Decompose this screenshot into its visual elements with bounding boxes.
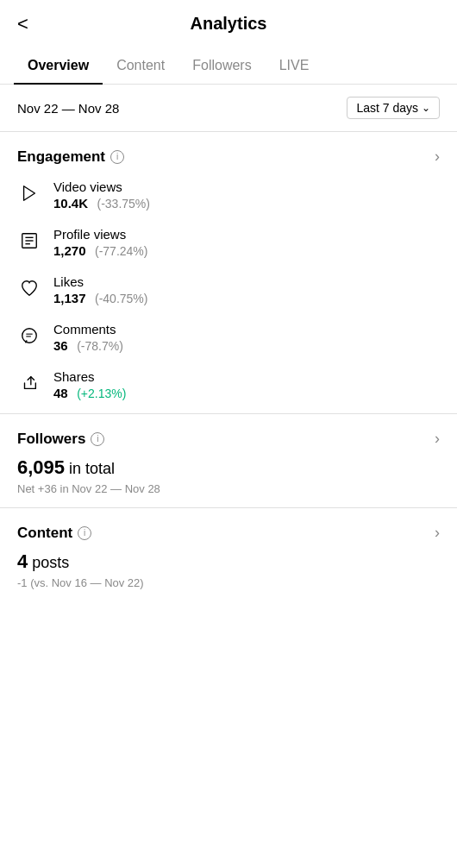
comments-icon <box>17 324 41 348</box>
shares-label: Shares <box>53 369 126 384</box>
content-posts: 4 posts <box>17 550 440 573</box>
comments-value: 36 <box>53 338 68 353</box>
page-header: < Analytics <box>0 0 457 47</box>
shares-value-row: 48 (+2.13%) <box>53 386 126 401</box>
likes-value-row: 1,137 (-40.75%) <box>53 291 147 306</box>
content-compare: -1 (vs. Nov 16 — Nov 22) <box>17 576 440 589</box>
tab-live[interactable]: LIVE <box>266 47 323 84</box>
followers-title: Followers i <box>17 431 104 448</box>
likes-label: Likes <box>53 274 147 289</box>
tab-overview[interactable]: Overview <box>14 47 103 84</box>
shares-content: Shares 48 (+2.13%) <box>53 369 126 401</box>
shares-value: 48 <box>53 386 68 400</box>
back-button[interactable]: < <box>17 13 28 35</box>
video-views-value: 10.4K <box>53 196 88 211</box>
engagement-title: Engagement i <box>17 148 124 166</box>
content-header: Content i › <box>17 524 440 542</box>
followers-total: 6,095 in total <box>17 456 440 479</box>
metric-row-comments: Comments 36 (-78.7%) <box>17 322 440 354</box>
tab-followers[interactable]: Followers <box>178 47 265 84</box>
engagement-section: Engagement i › Video views 10.4K (-33.75… <box>0 132 457 414</box>
profile-views-icon <box>17 229 41 253</box>
chevron-down-icon: ⌄ <box>422 102 430 114</box>
profile-views-label: Profile views <box>53 227 147 242</box>
tab-content[interactable]: Content <box>103 47 178 84</box>
followers-net: Net +36 in Nov 22 — Nov 28 <box>17 482 440 495</box>
likes-icon <box>17 276 41 300</box>
content-title: Content i <box>17 525 91 542</box>
date-filter-label: Last 7 days <box>356 101 418 115</box>
page-title: Analytics <box>191 14 267 34</box>
followers-info-icon[interactable]: i <box>91 432 104 446</box>
metric-row-video-views: Video views 10.4K (-33.75%) <box>17 179 440 211</box>
date-filter-button[interactable]: Last 7 days ⌄ <box>347 97 440 119</box>
date-row: Nov 22 — Nov 28 Last 7 days ⌄ <box>0 85 457 132</box>
likes-value: 1,137 <box>53 291 86 305</box>
video-views-label: Video views <box>53 179 150 194</box>
comments-content: Comments 36 (-78.7%) <box>53 322 123 354</box>
followers-section: Followers i › 6,095 in total Net +36 in … <box>0 414 457 508</box>
comments-value-row: 36 (-78.7%) <box>53 338 123 354</box>
content-chevron-right-icon[interactable]: › <box>435 524 440 542</box>
metric-row-shares: Shares 48 (+2.13%) <box>17 369 440 401</box>
engagement-chevron-right-icon[interactable]: › <box>435 148 440 166</box>
metric-row-profile-views: Profile views 1,270 (-77.24%) <box>17 227 440 259</box>
video-views-icon <box>17 181 41 205</box>
profile-views-value: 1,270 <box>53 243 86 258</box>
video-views-value-row: 10.4K (-33.75%) <box>53 196 150 211</box>
tab-bar: Overview Content Followers LIVE <box>0 47 457 85</box>
followers-header: Followers i › <box>17 430 440 448</box>
profile-views-value-row: 1,270 (-77.24%) <box>53 243 147 259</box>
engagement-info-icon[interactable]: i <box>110 150 124 164</box>
shares-icon <box>17 371 41 395</box>
comments-label: Comments <box>53 322 123 337</box>
shares-change: (+2.13%) <box>77 387 126 400</box>
likes-content: Likes 1,137 (-40.75%) <box>53 274 147 306</box>
likes-change: (-40.75%) <box>95 292 147 305</box>
content-section: Content i › 4 posts -1 (vs. Nov 16 — Nov… <box>0 508 457 601</box>
metric-row-likes: Likes 1,137 (-40.75%) <box>17 274 440 306</box>
video-views-change: (-33.75%) <box>97 197 149 211</box>
date-range-label: Nov 22 — Nov 28 <box>17 101 119 116</box>
followers-chevron-right-icon[interactable]: › <box>435 430 440 448</box>
video-views-content: Video views 10.4K (-33.75%) <box>53 179 150 211</box>
profile-views-content: Profile views 1,270 (-77.24%) <box>53 227 147 259</box>
engagement-header: Engagement i › <box>17 148 440 166</box>
profile-views-change: (-77.24%) <box>95 244 147 258</box>
comments-change: (-78.7%) <box>77 339 123 353</box>
svg-point-5 <box>22 329 37 343</box>
content-info-icon[interactable]: i <box>78 526 91 540</box>
svg-marker-0 <box>24 186 35 201</box>
